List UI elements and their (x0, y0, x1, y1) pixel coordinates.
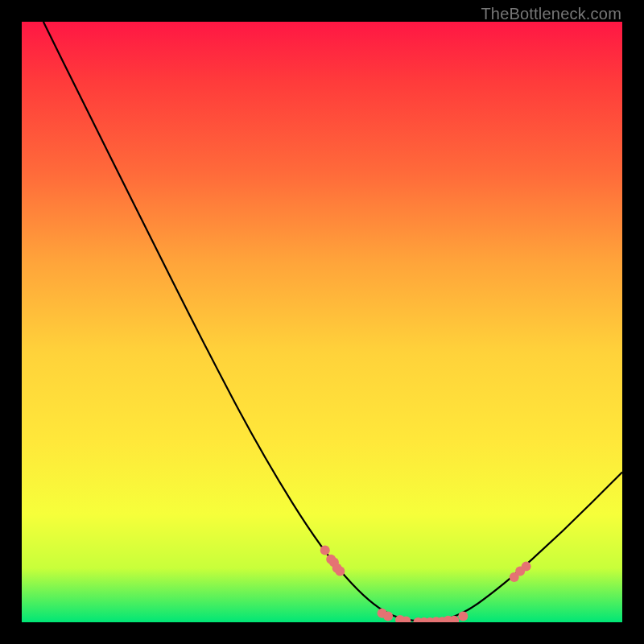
data-marker (458, 612, 468, 621)
data-marker (335, 567, 345, 576)
data-marker (522, 562, 531, 572)
chart-frame: TheBottleneck.com (0, 0, 644, 644)
data-marker (383, 612, 393, 621)
bottleneck-curve (43, 22, 622, 621)
curve-layer (22, 22, 622, 622)
attribution-text: TheBottleneck.com (481, 5, 621, 23)
plot-area (22, 22, 622, 622)
data-marker (320, 545, 330, 555)
